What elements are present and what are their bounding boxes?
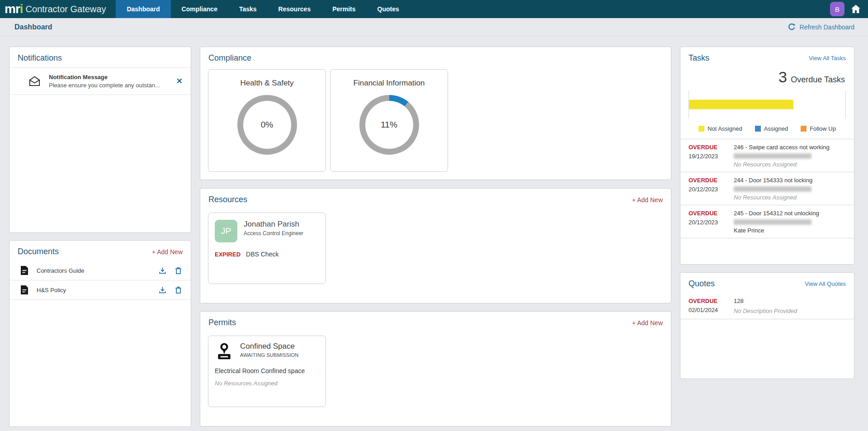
task-date: 19/12/2023 [689, 153, 734, 160]
download-icon[interactable] [158, 286, 167, 294]
overdue-tasks-summary: 3 Overdue Tasks [680, 67, 854, 86]
compliance-card-title: Financial Information [330, 79, 448, 88]
resources-title: Resources [208, 195, 247, 204]
delete-icon[interactable] [174, 286, 183, 294]
resource-avatar: JP [215, 220, 237, 242]
quote-description: No Description Provided [734, 308, 797, 314]
download-icon[interactable] [158, 266, 167, 275]
refresh-label: Refresh Dashboard [800, 24, 854, 31]
permit-name: Confined Space [240, 342, 299, 351]
logo-i: i [20, 2, 23, 16]
delete-icon[interactable] [174, 266, 183, 275]
resources-add-new-button[interactable]: + Add New [632, 196, 663, 204]
legend-swatch-assigned [755, 126, 761, 132]
resource-card[interactable]: JP Jonathan Parish Access Control Engine… [208, 213, 326, 284]
document-name: H&S Policy [37, 287, 66, 294]
notification-item[interactable]: Notification Message Please ensure you c… [9, 68, 191, 95]
legend-label: Assigned [764, 125, 788, 132]
permit-description: Electrical Room Confined space [215, 367, 319, 374]
tasks-chart-bar [689, 100, 793, 109]
legend-swatch-follow-up [801, 126, 807, 132]
home-icon[interactable] [850, 3, 862, 15]
logo-mr: mr [5, 2, 20, 16]
document-row[interactable]: Contractors Guide [9, 261, 191, 280]
task-date: 20/12/2023 [689, 186, 734, 193]
user-avatar[interactable]: B [830, 2, 844, 16]
compliance-card-financial-information[interactable]: Financial Information 11% [330, 69, 448, 172]
tab-resources[interactable]: Resources [268, 0, 322, 18]
stamp-icon [215, 342, 234, 361]
quote-reference: 128 [734, 298, 797, 304]
financial-information-donut-chart: 11% [359, 95, 419, 155]
task-assignee: No Resources Assigned [734, 194, 812, 201]
tab-permits[interactable]: Permits [321, 0, 366, 18]
task-row[interactable]: OVERDUE 20/12/2023 244 - Door 154333 not… [680, 172, 854, 205]
task-assignee: No Resources Assigned [734, 161, 830, 168]
permits-add-new-button[interactable]: + Add New [632, 319, 663, 327]
document-icon [20, 285, 28, 295]
health-safety-donut-chart: 0% [237, 95, 297, 155]
task-date: 20/12/2023 [689, 219, 734, 226]
documents-add-new-button[interactable]: + Add New [152, 248, 183, 256]
tasks-bar-chart [689, 90, 846, 118]
product-name: Contractor Gateway [26, 4, 106, 14]
permit-status: AWAITING SUBMISSION [240, 352, 299, 358]
resources-panel: Resources + Add New JP Jonathan Parish A… [200, 188, 671, 303]
document-row[interactable]: H&S Policy [9, 280, 191, 300]
notification-title: Notification Message [49, 74, 160, 81]
view-all-tasks-link[interactable]: View All Tasks [809, 55, 846, 62]
resource-role: Access Control Engineer [244, 230, 303, 237]
overdue-badge: OVERDUE [689, 210, 734, 217]
task-assignee: Kate Prince [734, 227, 819, 234]
view-all-quotes-link[interactable]: View All Quotes [805, 280, 846, 287]
document-name: Contractors Guide [37, 267, 85, 274]
quote-row[interactable]: OVERDUE 02/01/2024 128 No Description Pr… [680, 293, 854, 319]
refresh-dashboard-button[interactable]: Refresh Dashboard [787, 22, 854, 32]
redacted-location-text [734, 153, 811, 159]
overdue-badge: OVERDUE [689, 177, 734, 184]
task-title: 246 - Swipe card access not working [734, 144, 830, 151]
tab-quotes[interactable]: Quotes [367, 0, 410, 18]
refresh-icon [787, 22, 797, 32]
page-header: Dashboard Refresh Dashboard [0, 18, 868, 36]
resource-check-name: DBS Check [246, 251, 278, 258]
notifications-title: Notifications [18, 53, 62, 63]
documents-panel: Documents + Add New Contractors Guide [9, 240, 191, 427]
compliance-card-health-safety[interactable]: Health & Safety 0% [208, 69, 326, 172]
task-title: 245 - Door 154312 not unlocking [734, 210, 819, 217]
permits-panel: Permits + Add New Confined Space [200, 311, 671, 426]
document-icon [20, 265, 28, 275]
tab-tasks[interactable]: Tasks [228, 0, 268, 18]
legend-swatch-not-assigned [698, 126, 704, 132]
mail-open-icon [28, 76, 41, 87]
close-icon[interactable]: ✕ [176, 76, 183, 86]
task-row[interactable]: OVERDUE 19/12/2023 246 - Swipe card acce… [680, 139, 854, 172]
notification-message: Please ensure you complete any outstan..… [49, 82, 160, 89]
legend-label: Follow Up [810, 125, 836, 132]
expired-badge: EXPIRED [215, 251, 241, 258]
overdue-badge: OVERDUE [689, 144, 734, 151]
task-title: 244 - Door 154333 not locking [734, 177, 812, 184]
quotes-panel: Quotes View All Quotes OVERDUE 02/01/202… [680, 272, 854, 379]
brand-logo: mri Contractor Gateway [0, 0, 110, 18]
permit-resources: No Resources Assigned [215, 380, 319, 387]
top-nav: mri Contractor Gateway Dashboard Complia… [0, 0, 868, 18]
resource-name: Jonathan Parish [244, 220, 303, 229]
quotes-title: Quotes [689, 279, 715, 289]
documents-title: Documents [18, 247, 59, 256]
tasks-title: Tasks [689, 53, 709, 63]
tab-dashboard[interactable]: Dashboard [116, 0, 170, 18]
compliance-card-title: Health & Safety [208, 79, 326, 88]
compliance-panel: Compliance Health & Safety 0% Financial … [200, 47, 671, 180]
redacted-location-text [734, 186, 811, 192]
permit-card[interactable]: Confined Space AWAITING SUBMISSION Elect… [208, 336, 326, 407]
donut-percent-label: 0% [243, 101, 291, 149]
page-title: Dashboard [14, 23, 52, 31]
overdue-label: Overdue Tasks [791, 75, 845, 84]
tab-compliance[interactable]: Compliance [171, 0, 228, 18]
compliance-title: Compliance [208, 53, 251, 63]
overdue-count: 3 [778, 68, 787, 85]
quote-date: 02/01/2024 [689, 307, 734, 313]
nav-tabs: Dashboard Compliance Tasks Resources Per… [116, 0, 410, 18]
task-row[interactable]: OVERDUE 20/12/2023 245 - Door 154312 not… [680, 205, 854, 238]
